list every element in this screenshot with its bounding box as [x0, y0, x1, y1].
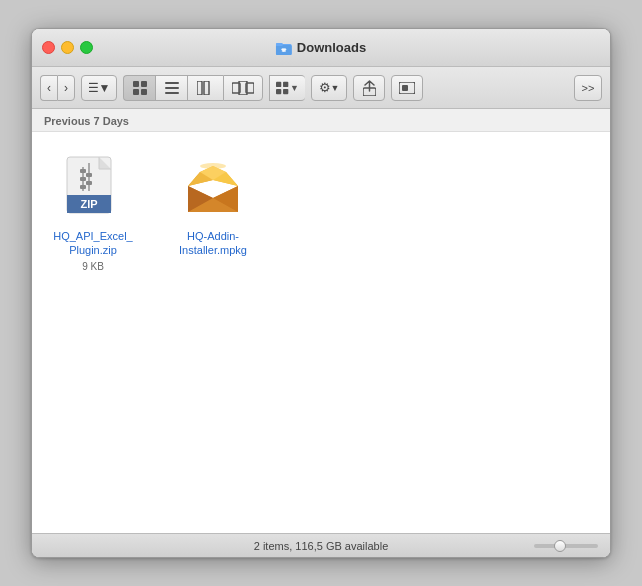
mpkg-icon-svg	[180, 154, 246, 220]
main-area: Previous 7 Days ZIP	[32, 109, 610, 533]
forward-icon: ›	[64, 81, 68, 95]
icon-view-icon	[133, 81, 147, 95]
svg-rect-19	[276, 88, 281, 93]
svg-rect-17	[276, 81, 281, 86]
list-options-icon: ☰▼	[88, 81, 111, 95]
svg-rect-5	[133, 81, 139, 87]
gear-icon: ⚙	[319, 80, 331, 95]
edit-icon	[399, 82, 415, 94]
mpkg-file-icon	[178, 152, 248, 222]
svg-rect-8	[141, 89, 147, 95]
file-item-zip[interactable]: ZIP HQ_API_Excel_Plugin.zip	[48, 152, 138, 272]
close-button[interactable]	[42, 41, 55, 54]
svg-rect-12	[197, 81, 202, 95]
nav-group: ‹ ›	[40, 75, 75, 101]
expander-icon: >>	[582, 82, 595, 94]
window-title-group: Downloads	[276, 40, 366, 56]
list-options-button[interactable]: ☰▼	[81, 75, 117, 101]
svg-rect-31	[80, 177, 86, 181]
arrange-dropdown-icon: ▼	[290, 83, 299, 93]
window-title: Downloads	[297, 40, 366, 55]
share-button[interactable]	[353, 75, 385, 101]
icon-view-button[interactable]	[123, 75, 155, 101]
files-grid: ZIP HQ_API_Excel_Plugin.zip	[32, 132, 610, 533]
action-button[interactable]: ⚙ ▼	[311, 75, 347, 101]
slider-track	[534, 544, 598, 548]
toolbar: ‹ › ☰▼	[32, 67, 610, 109]
svg-rect-20	[283, 88, 288, 93]
arrange-group: ▼	[269, 75, 305, 101]
file-item-mpkg[interactable]: HQ-Addin-Installer.mpkg	[168, 152, 258, 259]
svg-rect-33	[80, 185, 86, 189]
svg-rect-32	[86, 181, 92, 185]
svg-rect-29	[80, 169, 86, 173]
back-icon: ‹	[47, 81, 51, 95]
list-view-icon	[165, 81, 179, 95]
section-label: Previous 7 Days	[44, 115, 129, 127]
minimize-button[interactable]	[61, 41, 74, 54]
svg-rect-30	[86, 173, 92, 177]
column-view-button[interactable]	[187, 75, 223, 101]
zip-file-name: HQ_API_Excel_Plugin.zip	[48, 228, 138, 259]
svg-rect-18	[283, 81, 288, 86]
maximize-button[interactable]	[80, 41, 93, 54]
svg-rect-23	[402, 85, 408, 91]
svg-rect-7	[133, 89, 139, 95]
slider-thumb[interactable]	[554, 540, 566, 552]
zip-file-icon: ZIP	[58, 152, 128, 222]
status-text: 2 items, 116,5 GB available	[254, 540, 389, 552]
arrange-icon	[276, 81, 290, 95]
traffic-lights	[42, 41, 93, 54]
svg-rect-6	[141, 81, 147, 87]
expander-button[interactable]: >>	[574, 75, 602, 101]
svg-rect-2	[276, 43, 283, 46]
downloads-folder-icon	[276, 40, 292, 56]
svg-rect-10	[165, 87, 179, 89]
svg-rect-11	[165, 92, 179, 94]
zoom-slider[interactable]	[534, 544, 598, 548]
edit-button[interactable]	[391, 75, 423, 101]
status-bar: 2 items, 116,5 GB available	[32, 533, 610, 557]
view-group	[123, 75, 263, 101]
share-icon	[363, 80, 376, 96]
svg-text:ZIP: ZIP	[80, 198, 97, 210]
action-dropdown-icon: ▼	[331, 83, 340, 93]
arrange-button[interactable]: ▼	[269, 75, 305, 101]
zip-icon-svg: ZIP	[65, 155, 121, 220]
mpkg-file-name: HQ-Addin-Installer.mpkg	[168, 228, 258, 259]
column-view-icon	[197, 81, 215, 95]
finder-window: Downloads ‹ › ☰▼	[31, 28, 611, 558]
svg-point-34	[200, 163, 226, 169]
svg-rect-13	[204, 81, 209, 95]
title-bar: Downloads	[32, 29, 610, 67]
content-area: Previous 7 Days ZIP	[32, 109, 610, 533]
list-view-button[interactable]	[155, 75, 187, 101]
section-header: Previous 7 Days	[32, 109, 610, 132]
coverflow-button[interactable]	[223, 75, 263, 101]
forward-button[interactable]: ›	[57, 75, 75, 101]
back-button[interactable]: ‹	[40, 75, 57, 101]
zip-file-size: 9 KB	[82, 261, 104, 272]
coverflow-icon	[232, 81, 254, 95]
svg-rect-9	[165, 82, 179, 84]
